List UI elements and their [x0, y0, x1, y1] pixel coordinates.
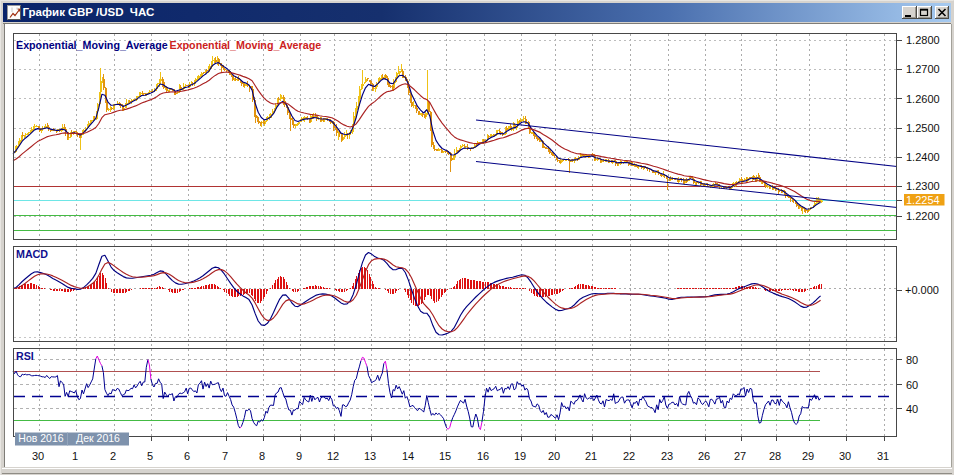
svg-text:5: 5 — [147, 450, 153, 462]
svg-text:29: 29 — [802, 450, 814, 462]
svg-text:13: 13 — [364, 450, 376, 462]
svg-text:60: 60 — [906, 379, 918, 391]
svg-text:1.2254: 1.2254 — [906, 194, 940, 206]
svg-text:2: 2 — [110, 450, 116, 462]
svg-text:19: 19 — [514, 450, 526, 462]
svg-text:20: 20 — [548, 450, 560, 462]
svg-text:MACD: MACD — [16, 248, 48, 260]
svg-text:31: 31 — [877, 450, 889, 462]
svg-text:28: 28 — [769, 450, 781, 462]
svg-text:Exponential_Moving_Average: Exponential_Moving_Average — [16, 39, 168, 51]
svg-text:30: 30 — [32, 450, 44, 462]
svg-text:14: 14 — [402, 450, 414, 462]
svg-text:27: 27 — [734, 450, 746, 462]
svg-text:21: 21 — [585, 450, 597, 462]
svg-text:+0.000: +0.000 — [905, 284, 939, 296]
svg-text:12: 12 — [327, 450, 339, 462]
svg-text:80: 80 — [906, 354, 918, 366]
svg-text:1.2400: 1.2400 — [906, 151, 940, 163]
svg-text:23: 23 — [661, 450, 673, 462]
svg-text:8: 8 — [259, 450, 265, 462]
svg-text:6: 6 — [184, 450, 190, 462]
svg-text:RSI: RSI — [16, 350, 34, 362]
svg-text:9: 9 — [296, 450, 302, 462]
svg-text:1.2500: 1.2500 — [906, 122, 940, 134]
svg-text:1.2300: 1.2300 — [906, 180, 940, 192]
svg-text:7: 7 — [222, 450, 228, 462]
svg-text:1.2800: 1.2800 — [906, 34, 940, 46]
svg-text:Нов 2016: Нов 2016 — [18, 432, 63, 444]
svg-text:1.2200: 1.2200 — [906, 210, 940, 222]
svg-text:30: 30 — [839, 450, 851, 462]
svg-text:1.2600: 1.2600 — [906, 93, 940, 105]
svg-text:Дек 2016: Дек 2016 — [76, 432, 120, 444]
svg-text:26: 26 — [698, 450, 710, 462]
svg-text:1.2700: 1.2700 — [906, 63, 940, 75]
svg-text:15: 15 — [439, 450, 451, 462]
svg-text:40: 40 — [906, 403, 918, 415]
svg-text:16: 16 — [477, 450, 489, 462]
svg-text:1: 1 — [72, 450, 78, 462]
svg-text:Exponential_Moving_Average: Exponential_Moving_Average — [170, 39, 322, 51]
svg-text:22: 22 — [623, 450, 635, 462]
